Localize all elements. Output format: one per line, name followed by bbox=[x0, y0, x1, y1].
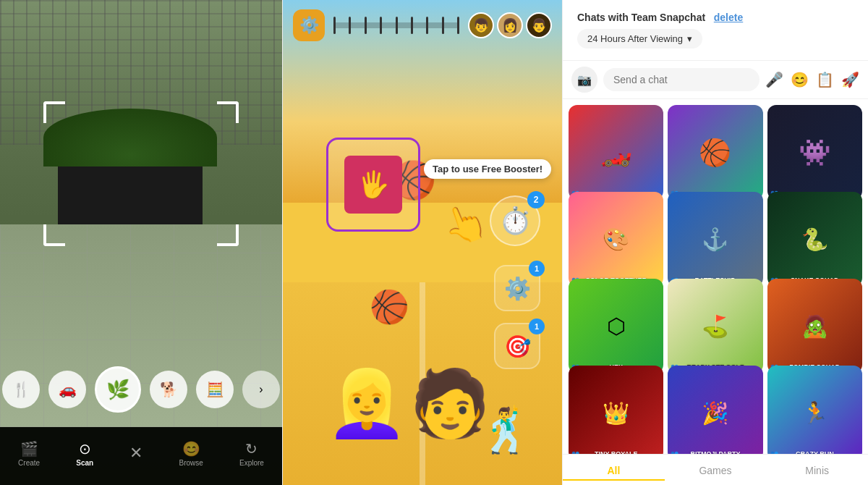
chat-title: Chats with Team Snapchat delete bbox=[577, 12, 854, 23]
corner-bl bbox=[43, 224, 65, 246]
power1-badge: 1 bbox=[529, 261, 545, 277]
game-card-color-together[interactable]: 🎨 COLOR TOGETHER 👥 bbox=[569, 192, 663, 287]
mic-icon[interactable]: 🎤 bbox=[765, 71, 783, 88]
game-card-1[interactable]: 🏎️ 👥 bbox=[569, 105, 663, 200]
game-card-zombie-bg: 🧟 ZOMBIE SQUAD 👥 bbox=[767, 279, 862, 374]
timer-booster[interactable]: ⏱️ 2 bbox=[490, 195, 540, 246]
game-card-crazy-run-bg: 🏃 CRAZY RUN 👥 bbox=[767, 366, 862, 454]
close-icon: ✕ bbox=[129, 444, 142, 463]
chat-header: Chats with Team Snapchat delete 24 Hours… bbox=[563, 0, 868, 61]
dog-scan-btn[interactable]: 🐕 bbox=[150, 371, 187, 408]
game-card-battleship[interactable]: ⚓ BATTLESHIP. 👥 bbox=[668, 192, 762, 287]
game-card-hex-bg: ⬡ HEX 👥 bbox=[569, 279, 663, 374]
game-card-golf-bg: ⛳ READY SET GOLF 👥 bbox=[668, 279, 762, 374]
game-card-hex[interactable]: ⬡ HEX 👥 bbox=[569, 279, 663, 374]
player-avatars: 👦 👩 👨 bbox=[468, 12, 552, 38]
nav-close[interactable]: ✕ bbox=[129, 444, 142, 463]
game-card-tiny-royale[interactable]: 👑 TINY ROYALE 👥 bbox=[569, 366, 663, 454]
chat-panel: Chats with Team Snapchat delete 24 Hours… bbox=[563, 0, 868, 485]
chat-delete-action[interactable]: delete bbox=[714, 12, 743, 23]
nav-scan[interactable]: ⊙ Scan bbox=[76, 440, 93, 467]
scan-icon-buttons: 🍴 🚗 🌿 🐕 🧮 › bbox=[0, 366, 282, 413]
character-dance: 🕺 bbox=[479, 405, 533, 456]
booster-card[interactable]: 🖐️ bbox=[326, 138, 420, 232]
bottom-nav: 🎬 Create ⊙ Scan ✕ 😊 Browse ↻ Explore bbox=[0, 427, 282, 485]
tick-2 bbox=[349, 17, 351, 34]
avatar-player-1: 👦 bbox=[468, 12, 494, 38]
tick-9 bbox=[457, 17, 459, 34]
game-card-bitmoji-label: BITMOJI PARTY bbox=[671, 450, 760, 454]
more-scan-btn[interactable]: › bbox=[242, 371, 280, 408]
game-card-bitmoji-bg: 🎉 BITMOJI PARTY 👥 bbox=[668, 366, 762, 454]
tick-5 bbox=[396, 17, 398, 34]
power-icon-2[interactable]: 🎯 1 bbox=[494, 323, 540, 369]
progress-bar bbox=[333, 22, 459, 28]
explore-icon: ↻ bbox=[245, 440, 258, 457]
sticker-icon[interactable]: 📋 bbox=[816, 71, 834, 88]
chat-team-name: Team Snapchat bbox=[631, 12, 705, 23]
browse-icon: 😊 bbox=[182, 440, 200, 457]
tab-games[interactable]: Games bbox=[665, 462, 767, 481]
avatar-player-3: 👨 bbox=[526, 12, 552, 38]
camera-button[interactable]: 📷 bbox=[571, 67, 597, 93]
chat-header-text: Chats with bbox=[577, 12, 629, 23]
tick-6 bbox=[411, 17, 413, 34]
rocket-icon[interactable]: 🚀 bbox=[841, 71, 859, 88]
scan-label: Scan bbox=[76, 459, 93, 467]
game-card-ready-set-golf[interactable]: ⛳ READY SET GOLF 👥 bbox=[668, 279, 762, 374]
game-card-bitmoji-party[interactable]: 🎉 BITMOJI PARTY 👥 bbox=[668, 366, 762, 454]
gear-button[interactable]: ⚙️ bbox=[293, 9, 325, 41]
food-scan-btn[interactable]: 🍴 bbox=[2, 371, 40, 408]
game-card-tiny-royale-label: TINY ROYALE bbox=[571, 450, 660, 454]
chevron-down-icon: ▾ bbox=[687, 33, 692, 44]
plant-scan-btn[interactable]: 🌿 bbox=[95, 366, 141, 413]
tab-minis[interactable]: Minis bbox=[766, 462, 868, 481]
duration-selector[interactable]: 24 Hours After Viewing ▾ bbox=[577, 29, 702, 48]
game-card-2[interactable]: 🏀 👥 bbox=[668, 105, 762, 200]
corner-tr bbox=[217, 101, 239, 123]
create-label: Create bbox=[18, 459, 40, 467]
booster-icon: 🖐️ bbox=[344, 156, 402, 214]
corner-br bbox=[217, 224, 239, 246]
power-icon-1[interactable]: ⚙️ 1 bbox=[494, 265, 540, 311]
power2-badge: 1 bbox=[529, 319, 545, 334]
game-card-snake-squad[interactable]: 🐍 SNAKE SQUAD 👥 bbox=[767, 192, 862, 287]
chat-input-row: 📷 🎤 😊 📋 🚀 bbox=[563, 61, 868, 99]
game-card-zombie-squad[interactable]: 🧟 ZOMBIE SQUAD 👥 bbox=[767, 279, 862, 374]
game-topbar: ⚙️ 👦 👩 👨 bbox=[283, 0, 562, 51]
nav-browse[interactable]: 😊 Browse bbox=[179, 440, 203, 467]
corner-tl bbox=[43, 101, 65, 123]
create-icon: 🎬 bbox=[20, 440, 38, 457]
explore-label: Explore bbox=[239, 459, 264, 467]
game-card-cr-players: 👥 bbox=[770, 450, 778, 454]
chat-action-icons: 🎤 😊 📋 🚀 bbox=[765, 71, 859, 88]
duration-label: 24 Hours After Viewing bbox=[587, 33, 683, 44]
tap-to-use-label: Tap to use Free Booster! bbox=[424, 159, 551, 179]
chat-bottom-tabs: All Games Minis bbox=[563, 454, 868, 485]
game-card-1-bg: 🏎️ 👥 bbox=[569, 105, 663, 200]
games-grid: 🏎️ 👥 🏀 👥 👾 👥 🎨 COLOR TOGETHER 👥 bbox=[563, 99, 868, 454]
nav-explore[interactable]: ↻ Explore bbox=[239, 440, 264, 467]
emoji-icon[interactable]: 😊 bbox=[791, 71, 809, 88]
calculator-scan-btn[interactable]: 🧮 bbox=[196, 371, 234, 408]
tick-4 bbox=[380, 17, 382, 34]
camera-panel: 🍴 🚗 🌿 🐕 🧮 › 🎬 Create ⊙ Scan ✕ 😊 Browse ↻… bbox=[0, 0, 282, 485]
game-card-tr-players: 👥 bbox=[571, 450, 579, 454]
game-card-crazy-run[interactable]: 🏃 CRAZY RUN 👥 bbox=[767, 366, 862, 454]
game-card-snake-squad-bg: 🐍 SNAKE SQUAD 👥 bbox=[767, 192, 862, 287]
game-card-battleship-bg: ⚓ BATTLESHIP. 👥 bbox=[668, 192, 762, 287]
tab-all[interactable]: All bbox=[563, 462, 665, 481]
scan-frame bbox=[43, 101, 239, 246]
hand-pointer: 👆 bbox=[436, 196, 493, 251]
nav-create[interactable]: 🎬 Create bbox=[18, 440, 40, 467]
car-scan-btn[interactable]: 🚗 bbox=[48, 371, 86, 408]
tick-1 bbox=[333, 17, 336, 34]
character-left: 👱‍♀️ bbox=[326, 366, 407, 442]
tick-7 bbox=[426, 17, 428, 34]
game-card-3[interactable]: 👾 👥 bbox=[767, 105, 862, 200]
scan-icon: ⊙ bbox=[79, 440, 91, 457]
game-card-tiny-royale-bg: 👑 TINY ROYALE 👥 bbox=[569, 366, 663, 454]
game-card-3-bg: 👾 👥 bbox=[767, 105, 862, 200]
timer-badge: 2 bbox=[527, 191, 545, 208]
chat-input[interactable] bbox=[603, 68, 760, 91]
